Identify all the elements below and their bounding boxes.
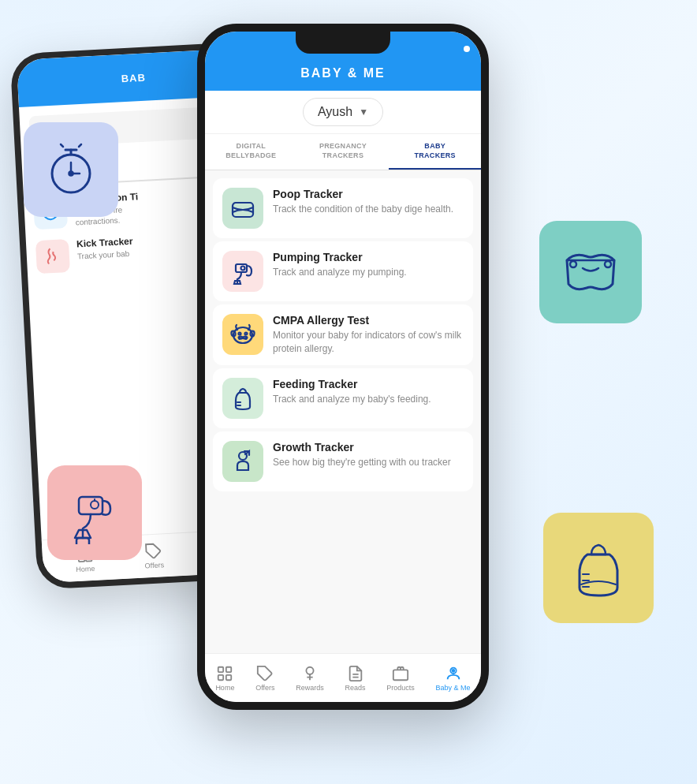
profile-name: Ayush xyxy=(318,105,352,119)
tracker-icon-growth xyxy=(222,441,263,482)
tracker-text-poop: Poop Tracker Track the condition of the … xyxy=(273,188,453,216)
back-phone-title: BAB xyxy=(121,71,146,84)
tracker-text-pumping: Pumping Tracker Track and analyze my pum… xyxy=(273,251,407,279)
tracker-desc-pumping: Track and analyze my pumping. xyxy=(273,266,407,279)
back-item-text-kick: Kick Tracker Track your bab xyxy=(76,236,134,262)
tracker-title-feeding: Feeding Tracker xyxy=(273,378,431,390)
svg-point-10 xyxy=(605,261,611,267)
tracker-desc-feeding: Track and analyze my baby's feeding. xyxy=(273,393,431,406)
nav-products[interactable]: Products xyxy=(386,665,415,692)
tracker-desc-cmpa: Monitor your baby for indicators of cow'… xyxy=(273,329,464,356)
svg-rect-12 xyxy=(76,538,89,544)
pump-icon xyxy=(47,465,142,560)
tracker-text-feeding: Feeding Tracker Track and analyze my bab… xyxy=(273,378,431,406)
tracker-icon-feeding xyxy=(222,378,263,419)
svg-line-4 xyxy=(79,144,81,147)
tracker-list: Poop Tracker Track the condition of the … xyxy=(205,170,481,653)
tracker-icon-pumping xyxy=(222,251,263,292)
nav-home[interactable]: Home xyxy=(215,665,234,692)
svg-point-34 xyxy=(239,333,241,335)
tracker-title-growth: Growth Tracker xyxy=(273,441,451,454)
tracker-title-cmpa: CMPA Allergy Test xyxy=(273,314,464,327)
nav-reads[interactable]: Reads xyxy=(345,665,366,692)
svg-point-9 xyxy=(570,261,576,267)
back-nav-offers: Offers xyxy=(144,542,164,569)
tracker-desc-poop: Track the condition of the baby dige hea… xyxy=(273,203,453,216)
svg-point-35 xyxy=(245,333,248,335)
tracker-icon-poop xyxy=(222,188,263,229)
profile-dropdown-arrow: ▼ xyxy=(359,106,368,118)
front-phone-header: BABY & ME xyxy=(205,55,481,91)
status-dot xyxy=(464,46,470,52)
tab-digital-bellybadge[interactable]: DIGITALBELLYBADGE xyxy=(205,134,297,170)
tracker-growth[interactable]: Growth Tracker See how big they're getti… xyxy=(213,431,473,491)
diaper-icon xyxy=(539,221,642,323)
svg-line-3 xyxy=(61,144,63,147)
tracker-pumping[interactable]: Pumping Tracker Track and analyze my pum… xyxy=(213,241,473,301)
svg-rect-43 xyxy=(218,666,223,671)
tab-pregnancy-trackers[interactable]: PREGNANCYTRACKERS xyxy=(297,134,390,170)
tracker-title-poop: Poop Tracker xyxy=(273,188,453,200)
bottom-nav: Home Offers Rewards xyxy=(205,653,481,702)
phone-notch xyxy=(296,32,390,54)
tab-baby-trackers[interactable]: BABYTRACKERS xyxy=(389,134,481,170)
nav-offers[interactable]: Offers xyxy=(255,665,274,692)
tracker-title-pumping: Pumping Tracker xyxy=(273,251,407,263)
svg-point-29 xyxy=(233,327,252,343)
tracker-text-growth: Growth Tracker See how big they're getti… xyxy=(273,441,451,469)
svg-point-13 xyxy=(91,501,99,509)
svg-rect-46 xyxy=(226,674,231,679)
svg-point-28 xyxy=(241,267,245,271)
svg-point-48 xyxy=(306,666,313,674)
profile-section: Ayush ▼ xyxy=(205,91,481,134)
tracker-desc-growth: See how big they're getting with ou trac… xyxy=(273,456,451,469)
tracker-icon-cmpa xyxy=(222,314,263,355)
app-title: BABY & ME xyxy=(300,66,386,80)
front-phone: BABY & ME Ayush ▼ DIGITALBELLYBADGE PREG… xyxy=(197,24,489,710)
back-item-icon-kick xyxy=(35,239,70,274)
svg-rect-44 xyxy=(226,666,231,671)
main-tabs: DIGITALBELLYBADGE PREGNANCYTRACKERS BABY… xyxy=(205,134,481,170)
svg-point-33 xyxy=(245,338,247,340)
tracker-cmpa[interactable]: CMPA Allergy Test Monitor your baby for … xyxy=(213,304,473,365)
svg-point-32 xyxy=(239,338,240,340)
svg-rect-51 xyxy=(393,670,408,680)
svg-point-7 xyxy=(69,172,73,176)
nav-baby-me[interactable]: Baby & Me xyxy=(436,665,471,692)
svg-point-53 xyxy=(452,669,454,671)
tracker-feeding[interactable]: Feeding Tracker Track and analyze my bab… xyxy=(213,368,473,428)
bottle-icon xyxy=(543,513,654,623)
tracker-text-cmpa: CMPA Allergy Test Monitor your baby for … xyxy=(273,314,464,356)
tracker-poop[interactable]: Poop Tracker Track the condition of the … xyxy=(213,178,473,238)
nav-rewards[interactable]: Rewards xyxy=(296,665,324,692)
profile-selector[interactable]: Ayush ▼ xyxy=(303,98,383,126)
svg-rect-45 xyxy=(218,674,223,679)
timer-icon xyxy=(24,122,118,217)
